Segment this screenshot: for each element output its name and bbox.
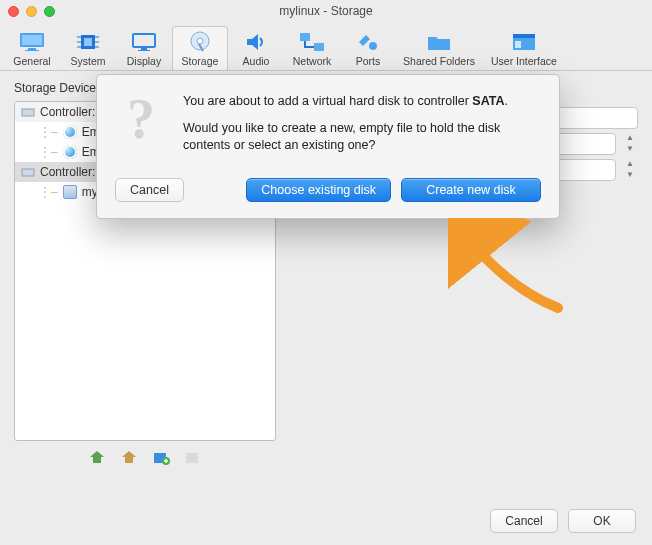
harddisk-icon [186, 31, 214, 53]
window-title: mylinux - Storage [0, 4, 652, 18]
svg-rect-21 [513, 34, 535, 38]
modal-buttons: Cancel Choose existing disk Create new d… [115, 178, 541, 202]
create-new-disk-button[interactable]: Create new disk [401, 178, 541, 202]
tab-label: Shared Folders [403, 55, 475, 67]
svg-rect-18 [314, 43, 324, 51]
stepper-icon[interactable]: ▲▼ [622, 159, 638, 181]
display-icon [130, 31, 158, 53]
titlebar: mylinux - Storage [0, 0, 652, 22]
svg-rect-5 [84, 38, 92, 46]
tree-branch-icon: ⋮– [39, 125, 58, 139]
speaker-icon [242, 31, 270, 53]
ui-icon [510, 31, 538, 53]
svg-rect-1 [22, 35, 42, 45]
svg-rect-24 [22, 169, 34, 176]
add-attachment-icon[interactable] [152, 449, 170, 465]
svg-rect-27 [186, 453, 198, 463]
optical-disc-icon [63, 145, 77, 159]
tab-label: Audio [243, 55, 270, 67]
tab-ports[interactable]: Ports [340, 26, 396, 70]
tab-system[interactable]: System [60, 26, 116, 70]
tab-label: Ports [356, 55, 381, 67]
choose-existing-disk-button[interactable]: Choose existing disk [246, 178, 391, 202]
svg-rect-12 [133, 34, 155, 47]
monitor-icon [18, 31, 46, 53]
svg-rect-22 [515, 41, 521, 48]
settings-toolbar: General System Display Storage Audio Net… [0, 22, 652, 71]
tab-audio[interactable]: Audio [228, 26, 284, 70]
remove-controller-icon[interactable] [120, 449, 138, 465]
controller-icon [21, 105, 35, 119]
svg-rect-17 [300, 33, 310, 41]
svg-rect-23 [22, 109, 34, 116]
svg-rect-3 [25, 50, 39, 51]
modal-cancel-button[interactable]: Cancel [115, 178, 184, 202]
svg-rect-2 [28, 48, 36, 50]
folder-icon [425, 31, 453, 53]
tab-label: General [13, 55, 50, 67]
modal-message: You are about to add a virtual hard disk… [183, 93, 541, 164]
modal-line1c: . [504, 94, 507, 108]
tab-general[interactable]: General [4, 26, 60, 70]
tab-label: User Interface [491, 55, 557, 67]
tab-label: Network [293, 55, 332, 67]
network-icon [298, 31, 326, 53]
add-disk-modal: ? You are about to add a virtual hard di… [96, 74, 560, 219]
tree-branch-icon: ⋮– [39, 185, 58, 199]
svg-rect-14 [138, 50, 150, 51]
chip-icon [74, 31, 102, 53]
remove-attachment-icon[interactable] [184, 449, 202, 465]
tab-user-interface[interactable]: User Interface [482, 26, 566, 70]
svg-point-19 [369, 42, 377, 50]
modal-line1a: You are about to add a virtual hard disk… [183, 94, 472, 108]
tab-storage[interactable]: Storage [172, 26, 228, 70]
tab-network[interactable]: Network [284, 26, 340, 70]
modal-line2: Would you like to create a new, empty fi… [183, 120, 541, 154]
ports-icon [354, 31, 382, 53]
tree-branch-icon: ⋮– [39, 145, 58, 159]
hard-disk-icon [63, 185, 77, 199]
cancel-button[interactable]: Cancel [490, 509, 558, 533]
optical-disc-icon [63, 125, 77, 139]
modal-controller-name: SATA [472, 94, 504, 108]
dialog-footer: Cancel OK [490, 509, 636, 533]
controller-icon [21, 165, 35, 179]
tab-label: Display [127, 55, 161, 67]
tab-shared-folders[interactable]: Shared Folders [396, 26, 482, 70]
svg-rect-13 [141, 48, 147, 50]
storage-action-bar [14, 441, 276, 471]
question-icon: ? [115, 93, 167, 145]
stepper-icon[interactable]: ▲▼ [622, 133, 638, 155]
tab-label: Storage [182, 55, 219, 67]
add-controller-icon[interactable] [88, 449, 106, 465]
tab-label: System [70, 55, 105, 67]
svg-point-16 [197, 38, 203, 44]
tab-display[interactable]: Display [116, 26, 172, 70]
ok-button[interactable]: OK [568, 509, 636, 533]
